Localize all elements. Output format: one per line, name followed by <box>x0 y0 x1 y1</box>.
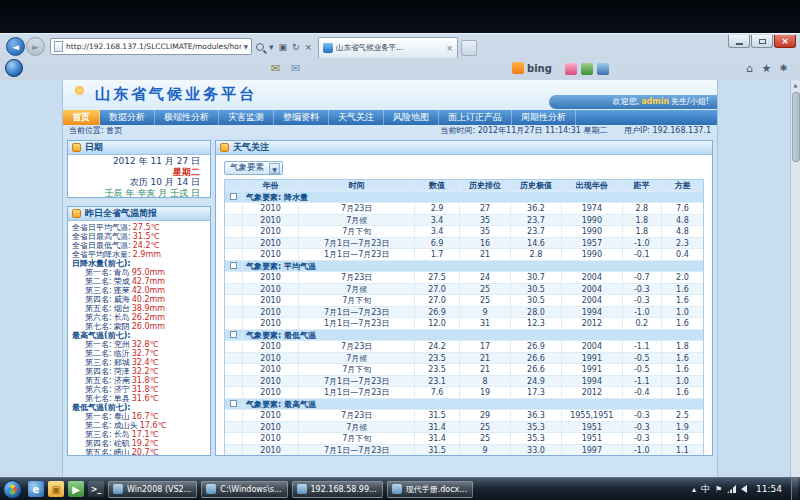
tray-expand-icon[interactable]: ▴ <box>692 485 696 494</box>
nav-item[interactable]: 极端性分析 <box>155 110 219 125</box>
table-row[interactable]: 20107月候27.02530.52004-0.31.6 <box>225 284 703 296</box>
app-icon[interactable] <box>581 63 593 75</box>
taskbar-terminal-icon[interactable]: >_ <box>88 481 104 497</box>
taskbar-app-button[interactable]: C:\Windows\s... <box>201 481 287 498</box>
refresh-icon[interactable]: ↻ <box>292 40 300 54</box>
browser-back-button[interactable]: ◄ <box>6 37 25 56</box>
system-tray: ▴ 中 ⚑ 11:54 <box>692 478 800 500</box>
nav-item[interactable]: 风险地图 <box>384 110 439 125</box>
nav-item[interactable]: 周期性分析 <box>512 110 576 125</box>
rank-label: 第五名: <box>85 304 112 313</box>
element-dropdown-button[interactable]: 气象要素 ▼ <box>224 161 283 175</box>
app-label: 现代手册.docx... <box>406 484 467 495</box>
new-tab-button[interactable] <box>461 40 477 56</box>
app-icon[interactable] <box>597 63 609 75</box>
table-row[interactable]: 20101月1日—7月23日12.03112.320120.21.6 <box>225 318 703 330</box>
page-scrollbar[interactable]: ▲ <box>790 80 800 478</box>
table-row[interactable]: 20107月23日2.92736.219742.87.6 <box>225 203 703 215</box>
network-icon[interactable] <box>727 485 736 493</box>
ie-orb-button[interactable] <box>5 59 23 77</box>
cell: 2004 <box>562 295 623 306</box>
app-icon[interactable] <box>565 63 577 75</box>
browser-forward-button[interactable]: ► <box>26 37 45 56</box>
table-row[interactable]: 20107月下旬31.42535.31951-0.31.9 <box>225 433 703 445</box>
taskbar-explorer-icon[interactable]: ▣ <box>48 481 64 497</box>
collapse-checkbox[interactable] <box>230 331 237 338</box>
start-button[interactable] <box>3 480 22 499</box>
taskbar-app-button[interactable]: 192.168.58.99... <box>292 481 383 498</box>
table-row[interactable]: 20107月1日—7月23日6.91614.61957-1.02.3 <box>225 238 703 250</box>
cell: 7月23日 <box>299 341 415 352</box>
cell: 1.0 <box>662 376 703 387</box>
action-center-flag-icon[interactable]: ⚑ <box>715 485 722 494</box>
cell <box>225 387 243 398</box>
chevron-down-icon[interactable]: ▼ <box>269 163 280 174</box>
section-row[interactable]: 气象要素: 降水量 <box>225 192 703 204</box>
table-row[interactable]: 20107月1日—7月23日26.9928.01994-1.01.0 <box>225 307 703 319</box>
stop-icon[interactable]: × <box>305 40 313 54</box>
table-row[interactable]: 20107月下旬23.52126.61991-0.51.6 <box>225 364 703 376</box>
table-row[interactable]: 20101月1日—7月23日1.7212.81990-0.10.4 <box>225 249 703 261</box>
nav-item[interactable]: 数据分析 <box>100 110 155 125</box>
send-mail-icon[interactable]: ✉ <box>288 61 303 76</box>
cell: 2010 <box>243 341 300 352</box>
table-row[interactable]: 20107月下旬27.02530.52004-0.31.6 <box>225 295 703 307</box>
collapse-checkbox[interactable] <box>230 262 237 269</box>
cell: 2012 <box>562 387 623 398</box>
collapse-checkbox[interactable] <box>230 400 237 407</box>
address-dropdown-icon[interactable]: ▼ <box>243 43 248 50</box>
clock[interactable]: 11:54 <box>756 484 782 494</box>
section-row[interactable]: 气象要素: 平均气温 <box>225 261 703 273</box>
tools-gear-icon[interactable]: ✱ <box>776 61 791 76</box>
cell: 1.6 <box>662 387 703 398</box>
taskbar-media-icon[interactable]: ▶ <box>68 481 84 497</box>
focus-table: 年份时间数值历史排位历史极值出现年份距平方差气象要素: 降水量20107月23日… <box>224 179 704 456</box>
cell: 7月候 <box>299 284 415 295</box>
nav-item[interactable]: 天气关注 <box>329 110 384 125</box>
bing-logo[interactable]: bing <box>512 62 552 74</box>
address-bar[interactable]: http://192.168.137.1/SLCCLIMATE/modules/… <box>50 38 252 55</box>
table-row[interactable]: 20107月23日31.52936.31955,1951-0.32.5 <box>225 410 703 422</box>
table-row[interactable]: 20107月23日24.21726.92004-1.11.8 <box>225 341 703 353</box>
cell: 2.0 <box>662 272 703 283</box>
tab-close-icon[interactable]: × <box>446 44 453 53</box>
table-row[interactable]: 20101月1日—7月23日7.61917.32012-0.41.6 <box>225 387 703 399</box>
taskbar-app-button[interactable]: 现代手册.docx... <box>387 481 473 498</box>
collapse-checkbox[interactable] <box>230 193 237 200</box>
favorites-star-icon[interactable]: ★ <box>759 61 774 76</box>
calendar-line: 2012 年 11 月 27 日 <box>68 156 210 167</box>
home-icon[interactable]: ⌂ <box>742 61 757 76</box>
cell: 7月1日—7月23日 <box>299 376 415 387</box>
app-icon <box>392 484 402 494</box>
nav-item[interactable]: 灾害监测 <box>219 110 274 125</box>
show-desktop-button[interactable] <box>791 478 798 500</box>
search-dropdown-icon[interactable]: ▾ <box>269 40 274 54</box>
table-row[interactable]: 20107月下旬3.43523.719901.84.8 <box>225 226 703 238</box>
mail-icon[interactable]: ✉ <box>268 61 283 76</box>
cell <box>225 422 243 433</box>
scrollbar-thumb[interactable] <box>792 92 800 162</box>
taskbar-app-button[interactable]: Win2008 (VS2... <box>108 481 197 498</box>
table-row[interactable]: 20107月23日27.52430.72004-0.72.0 <box>225 272 703 284</box>
table-header-row: 年份时间数值历史排位历史极值出现年份距平方差 <box>225 180 703 192</box>
section-row[interactable]: 气象要素: 最高气温 <box>225 399 703 411</box>
table-row[interactable]: 20107月1日—7月23日31.5933.01997-1.01.1 <box>225 445 703 457</box>
nav-item[interactable]: 首页 <box>63 110 100 125</box>
cell: -0.7 <box>623 272 662 283</box>
volume-icon[interactable] <box>741 485 747 493</box>
ime-indicator[interactable]: 中 <box>701 483 710 496</box>
scroll-up-icon[interactable]: ▲ <box>791 80 800 90</box>
table-row[interactable]: 20107月候3.43523.719901.84.8 <box>225 215 703 227</box>
nav-item[interactable]: 整编资料 <box>274 110 329 125</box>
browser-tab[interactable]: 山东省气候业务平... × <box>318 37 458 58</box>
table-row[interactable]: 20107月候31.42535.31951-0.31.9 <box>225 422 703 434</box>
nav-item[interactable]: 面上订正产品 <box>439 110 512 125</box>
url-text[interactable]: http://192.168.137.1/SLCCLIMATE/modules/… <box>66 42 241 51</box>
compatibility-icon[interactable]: ▣ <box>279 40 288 54</box>
cell: 2010 <box>243 238 300 249</box>
section-row[interactable]: 气象要素: 最低气温 <box>225 330 703 342</box>
table-row[interactable]: 20107月候23.52126.61991-0.51.6 <box>225 353 703 365</box>
taskbar-ie-icon[interactable]: e <box>28 481 44 497</box>
search-icon[interactable] <box>256 43 264 51</box>
table-row[interactable]: 20107月1日—7月23日23.1824.91994-1.11.0 <box>225 376 703 388</box>
